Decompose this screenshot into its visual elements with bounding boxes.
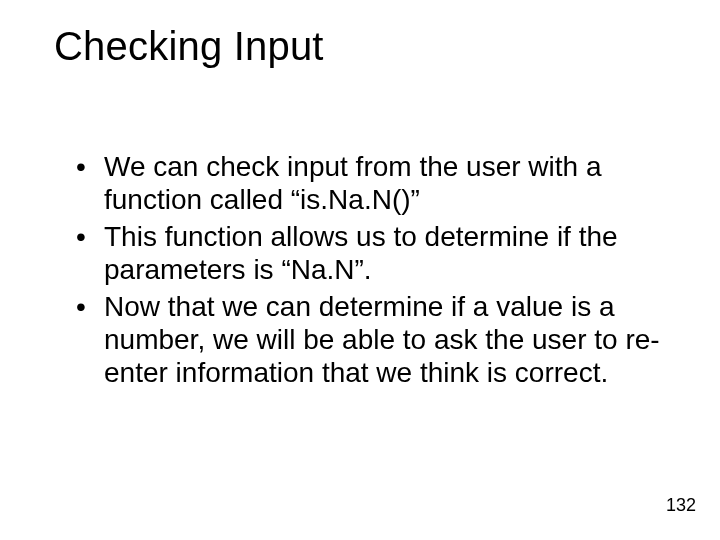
bullet-text: This function allows us to determine if … (104, 221, 618, 285)
bullet-text: We can check input from the user with a … (104, 151, 602, 215)
bullet-list: We can check input from the user with a … (70, 150, 660, 389)
list-item: We can check input from the user with a … (70, 150, 660, 216)
list-item: Now that we can determine if a value is … (70, 290, 660, 389)
slide-title: Checking Input (54, 24, 324, 69)
page-number: 132 (666, 495, 696, 516)
slide: Checking Input We can check input from t… (0, 0, 720, 540)
slide-body: We can check input from the user with a … (70, 150, 660, 393)
list-item: This function allows us to determine if … (70, 220, 660, 286)
bullet-text: Now that we can determine if a value is … (104, 291, 660, 388)
